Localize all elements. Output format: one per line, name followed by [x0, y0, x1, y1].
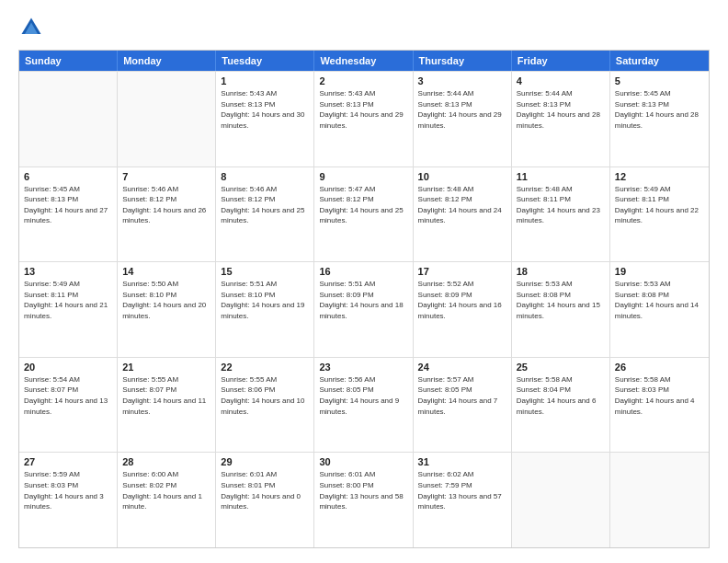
- cell-info: Sunrise: 5:58 AM Sunset: 8:03 PM Dayligh…: [615, 374, 704, 417]
- calendar-cell: 5Sunrise: 5:45 AM Sunset: 8:13 PM Daylig…: [610, 72, 709, 167]
- calendar-cell: 30Sunrise: 6:01 AM Sunset: 8:00 PM Dayli…: [314, 453, 413, 547]
- calendar-cell: [610, 453, 709, 547]
- calendar-cell: 1Sunrise: 5:43 AM Sunset: 8:13 PM Daylig…: [216, 72, 314, 167]
- weekday-header-thursday: Thursday: [414, 51, 512, 71]
- calendar-cell: 21Sunrise: 5:55 AM Sunset: 8:07 PM Dayli…: [118, 358, 216, 453]
- cell-info: Sunrise: 5:54 AM Sunset: 8:07 PM Dayligh…: [24, 374, 112, 417]
- weekday-header-tuesday: Tuesday: [216, 51, 314, 71]
- day-number: 29: [221, 456, 309, 467]
- cell-info: Sunrise: 5:49 AM Sunset: 8:11 PM Dayligh…: [24, 279, 112, 321]
- cell-info: Sunrise: 5:46 AM Sunset: 8:12 PM Dayligh…: [122, 184, 210, 226]
- day-number: 19: [615, 266, 704, 277]
- day-number: 22: [221, 362, 309, 373]
- cell-info: Sunrise: 5:44 AM Sunset: 8:13 PM Dayligh…: [418, 88, 506, 131]
- calendar-row-4: 20Sunrise: 5:54 AM Sunset: 8:07 PM Dayli…: [19, 357, 709, 453]
- calendar-cell: 8Sunrise: 5:46 AM Sunset: 8:12 PM Daylig…: [216, 167, 314, 262]
- calendar-cell: 22Sunrise: 5:55 AM Sunset: 8:06 PM Dayli…: [216, 358, 314, 453]
- calendar-header: SundayMondayTuesdayWednesdayThursdayFrid…: [19, 51, 709, 71]
- cell-info: Sunrise: 5:49 AM Sunset: 8:11 PM Dayligh…: [615, 184, 704, 226]
- cell-info: Sunrise: 5:48 AM Sunset: 8:11 PM Dayligh…: [517, 184, 605, 226]
- calendar-cell: 3Sunrise: 5:44 AM Sunset: 8:13 PM Daylig…: [414, 72, 512, 167]
- day-number: 5: [615, 75, 704, 86]
- cell-info: Sunrise: 5:56 AM Sunset: 8:05 PM Dayligh…: [319, 374, 407, 417]
- calendar-cell: 9Sunrise: 5:47 AM Sunset: 8:12 PM Daylig…: [314, 167, 413, 262]
- calendar-cell: 17Sunrise: 5:52 AM Sunset: 8:09 PM Dayli…: [414, 262, 512, 357]
- cell-info: Sunrise: 5:52 AM Sunset: 8:09 PM Dayligh…: [418, 279, 506, 321]
- day-number: 13: [24, 266, 112, 277]
- day-number: 12: [615, 171, 704, 182]
- cell-info: Sunrise: 6:01 AM Sunset: 8:01 PM Dayligh…: [221, 469, 309, 511]
- day-number: 26: [615, 362, 704, 373]
- calendar-row-3: 13Sunrise: 5:49 AM Sunset: 8:11 PM Dayli…: [19, 261, 709, 357]
- cell-info: Sunrise: 5:50 AM Sunset: 8:10 PM Dayligh…: [122, 279, 210, 321]
- cell-info: Sunrise: 5:45 AM Sunset: 8:13 PM Dayligh…: [24, 184, 112, 226]
- day-number: 24: [418, 362, 506, 373]
- cell-info: Sunrise: 5:55 AM Sunset: 8:06 PM Dayligh…: [221, 374, 309, 417]
- weekday-header-friday: Friday: [512, 51, 610, 71]
- day-number: 7: [122, 171, 210, 182]
- calendar-cell: 16Sunrise: 5:51 AM Sunset: 8:09 PM Dayli…: [314, 262, 413, 357]
- day-number: 15: [221, 266, 309, 277]
- cell-info: Sunrise: 5:51 AM Sunset: 8:09 PM Dayligh…: [319, 279, 407, 321]
- calendar-cell: [118, 72, 216, 167]
- day-number: 30: [319, 456, 407, 467]
- day-number: 25: [517, 362, 605, 373]
- calendar-page: SundayMondayTuesdayWednesdayThursdayFrid…: [0, 0, 728, 563]
- day-number: 8: [221, 171, 309, 182]
- day-number: 14: [122, 266, 210, 277]
- day-number: 17: [418, 266, 506, 277]
- calendar-cell: 28Sunrise: 6:00 AM Sunset: 8:02 PM Dayli…: [118, 453, 216, 547]
- calendar-cell: 15Sunrise: 5:51 AM Sunset: 8:10 PM Dayli…: [216, 262, 314, 357]
- logo: [18, 15, 48, 40]
- calendar: SundayMondayTuesdayWednesdayThursdayFrid…: [18, 50, 710, 548]
- cell-info: Sunrise: 5:46 AM Sunset: 8:12 PM Dayligh…: [221, 184, 309, 226]
- cell-info: Sunrise: 5:55 AM Sunset: 8:07 PM Dayligh…: [122, 374, 210, 417]
- calendar-cell: 18Sunrise: 5:53 AM Sunset: 8:08 PM Dayli…: [512, 262, 610, 357]
- cell-info: Sunrise: 5:43 AM Sunset: 8:13 PM Dayligh…: [319, 88, 407, 131]
- day-number: 3: [418, 75, 506, 86]
- day-number: 16: [319, 266, 407, 277]
- calendar-cell: 7Sunrise: 5:46 AM Sunset: 8:12 PM Daylig…: [118, 167, 216, 262]
- day-number: 9: [319, 171, 407, 182]
- calendar-cell: 24Sunrise: 5:57 AM Sunset: 8:05 PM Dayli…: [414, 358, 512, 453]
- calendar-cell: 25Sunrise: 5:58 AM Sunset: 8:04 PM Dayli…: [512, 358, 610, 453]
- calendar-cell: 6Sunrise: 5:45 AM Sunset: 8:13 PM Daylig…: [19, 167, 118, 262]
- calendar-row-2: 6Sunrise: 5:45 AM Sunset: 8:13 PM Daylig…: [19, 167, 709, 262]
- calendar-row-5: 27Sunrise: 5:59 AM Sunset: 8:03 PM Dayli…: [19, 452, 709, 547]
- cell-info: Sunrise: 5:51 AM Sunset: 8:10 PM Dayligh…: [221, 279, 309, 321]
- calendar-cell: 29Sunrise: 6:01 AM Sunset: 8:01 PM Dayli…: [216, 453, 314, 547]
- calendar-cell: 13Sunrise: 5:49 AM Sunset: 8:11 PM Dayli…: [19, 262, 118, 357]
- calendar-row-1: 1Sunrise: 5:43 AM Sunset: 8:13 PM Daylig…: [19, 71, 709, 167]
- calendar-cell: 11Sunrise: 5:48 AM Sunset: 8:11 PM Dayli…: [512, 167, 610, 262]
- calendar-cell: 4Sunrise: 5:44 AM Sunset: 8:13 PM Daylig…: [512, 72, 610, 167]
- cell-info: Sunrise: 6:02 AM Sunset: 7:59 PM Dayligh…: [418, 469, 506, 511]
- cell-info: Sunrise: 5:48 AM Sunset: 8:12 PM Dayligh…: [418, 184, 506, 226]
- calendar-cell: 14Sunrise: 5:50 AM Sunset: 8:10 PM Dayli…: [118, 262, 216, 357]
- cell-info: Sunrise: 6:00 AM Sunset: 8:02 PM Dayligh…: [122, 469, 210, 511]
- calendar-cell: 10Sunrise: 5:48 AM Sunset: 8:12 PM Dayli…: [414, 167, 512, 262]
- day-number: 2: [319, 75, 407, 86]
- calendar-cell: 27Sunrise: 5:59 AM Sunset: 8:03 PM Dayli…: [19, 453, 118, 547]
- day-number: 18: [517, 266, 605, 277]
- day-number: 31: [418, 456, 506, 467]
- calendar-cell: 26Sunrise: 5:58 AM Sunset: 8:03 PM Dayli…: [610, 358, 709, 453]
- cell-info: Sunrise: 5:59 AM Sunset: 8:03 PM Dayligh…: [24, 469, 112, 511]
- calendar-cell: 12Sunrise: 5:49 AM Sunset: 8:11 PM Dayli…: [610, 167, 709, 262]
- weekday-header-wednesday: Wednesday: [314, 51, 413, 71]
- calendar-cell: 23Sunrise: 5:56 AM Sunset: 8:05 PM Dayli…: [314, 358, 413, 453]
- day-number: 10: [418, 171, 506, 182]
- weekday-header-monday: Monday: [118, 51, 216, 71]
- weekday-header-saturday: Saturday: [610, 51, 709, 71]
- calendar-cell: 20Sunrise: 5:54 AM Sunset: 8:07 PM Dayli…: [19, 358, 118, 453]
- cell-info: Sunrise: 5:47 AM Sunset: 8:12 PM Dayligh…: [319, 184, 407, 226]
- day-number: 27: [24, 456, 112, 467]
- day-number: 20: [24, 362, 112, 373]
- day-number: 4: [517, 75, 605, 86]
- calendar-cell: [512, 453, 610, 547]
- day-number: 1: [221, 75, 309, 86]
- day-number: 6: [24, 171, 112, 182]
- cell-info: Sunrise: 5:58 AM Sunset: 8:04 PM Dayligh…: [517, 374, 605, 417]
- weekday-header-sunday: Sunday: [19, 51, 118, 71]
- day-number: 21: [122, 362, 210, 373]
- day-number: 23: [319, 362, 407, 373]
